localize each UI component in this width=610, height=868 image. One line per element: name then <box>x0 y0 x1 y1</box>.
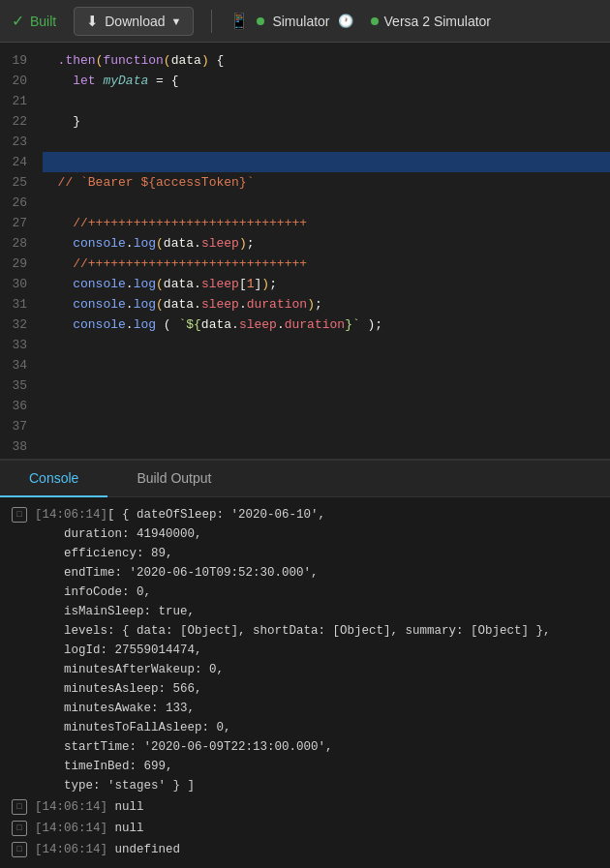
versa-section: Versa 2 Simulator <box>371 14 492 29</box>
code-line-33 <box>43 335 610 355</box>
code-line-26 <box>43 193 610 213</box>
download-button[interactable]: ⬇ Download ▼ <box>74 7 194 36</box>
code-line-36 <box>43 396 610 416</box>
console-text-3: [14:06:14] null <box>35 819 144 838</box>
download-icon: ⬇ <box>86 13 99 30</box>
code-line-37 <box>43 416 610 436</box>
code-line-28: console.log(data.sleep); <box>43 233 610 254</box>
console-output: □ [14:06:14][ { dateOfSleep: '2020-06-10… <box>0 497 610 868</box>
console-entry-3: □ [14:06:14] null <box>12 819 598 838</box>
console-text-1: [14:06:14][ { dateOfSleep: '2020-06-10',… <box>35 505 551 795</box>
code-line-20: let myData = { <box>43 71 610 91</box>
code-line-30: console.log(data.sleep[1]); <box>43 274 610 294</box>
code-line-32: console.log ( `${data.sleep.duration}` )… <box>43 314 610 335</box>
device-icon-4: □ <box>12 842 27 857</box>
tab-console[interactable]: Console <box>0 461 107 497</box>
code-line-35 <box>43 375 610 396</box>
console-entry-2: □ [14:06:14] null <box>12 797 598 817</box>
device-icon-3: □ <box>12 821 27 836</box>
console-entry-4: □ [14:06:14] undefined <box>12 840 598 859</box>
code-line-27: //+++++++++++++++++++++++++++++ <box>43 213 610 233</box>
console-entry-1: □ [14:06:14][ { dateOfSleep: '2020-06-10… <box>12 505 598 795</box>
chevron-down-icon: ▼ <box>171 15 182 27</box>
panel-tabs: Console Build Output <box>0 461 610 497</box>
console-text-2: [14:06:14] null <box>35 797 144 817</box>
bottom-panel: Console Build Output □ [14:06:14][ { dat… <box>0 459 610 868</box>
tab-build-output[interactable]: Build Output <box>107 461 240 497</box>
code-line-25: // `Bearer ${accessToken}` <box>43 172 610 193</box>
simulator-section: 📱 Simulator 🕐 <box>229 12 352 30</box>
divider <box>211 10 212 33</box>
code-line-31: console.log(data.sleep.duration); <box>43 294 610 314</box>
code-line-19: .then(function(data) { <box>43 50 610 71</box>
built-status: ✓ Built <box>12 12 56 30</box>
code-editor: 19 20 21 22 23 24 25 26 27 28 29 30 31 3… <box>0 43 610 459</box>
code-line-29: //+++++++++++++++++++++++++++++ <box>43 254 610 274</box>
code-line-21 <box>43 91 610 111</box>
device-icon-1: □ <box>12 507 27 523</box>
download-label: Download <box>105 14 165 29</box>
clock-icon: 🕐 <box>338 14 353 28</box>
code-lines: .then(function(data) { let myData = { } … <box>35 43 610 459</box>
built-label: Built <box>30 14 56 29</box>
code-line-22: } <box>43 111 610 132</box>
line-numbers: 19 20 21 22 23 24 25 26 27 28 29 30 31 3… <box>0 43 35 459</box>
simulator-status-dot <box>257 17 264 25</box>
console-text-4: [14:06:14] undefined <box>35 840 180 859</box>
top-bar: ✓ Built ⬇ Download ▼ 📱 Simulator 🕐 Versa… <box>0 0 610 43</box>
code-line-38 <box>43 436 610 457</box>
device-icon-2: □ <box>12 799 27 815</box>
code-line-24 <box>43 152 610 172</box>
versa-label: Versa 2 Simulator <box>384 14 492 29</box>
versa-status-dot <box>371 17 379 25</box>
code-line-23 <box>43 132 610 152</box>
simulator-label: Simulator <box>272 14 329 29</box>
check-icon: ✓ <box>12 12 24 30</box>
code-line-34 <box>43 355 610 375</box>
phone-icon: 📱 <box>229 12 249 30</box>
